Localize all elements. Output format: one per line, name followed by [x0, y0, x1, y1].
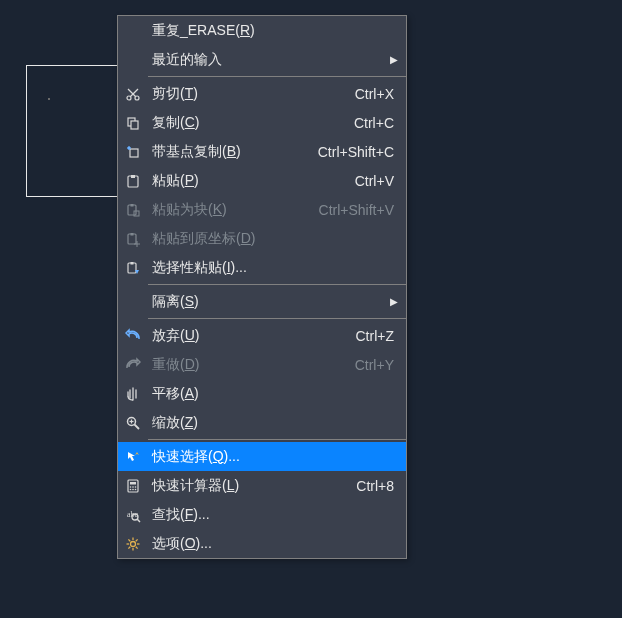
- menu-item-label: 粘贴到原坐标(D): [148, 230, 400, 248]
- submenu-arrow-icon: ▶: [388, 54, 400, 65]
- menu-item-find[interactable]: abc查找(F)...: [118, 500, 406, 529]
- menu-item-undo[interactable]: 放弃(U)Ctrl+Z: [118, 321, 406, 350]
- menu-item-label: 缩放(Z): [148, 414, 400, 432]
- svg-point-31: [132, 488, 134, 490]
- svg-rect-13: [131, 204, 134, 207]
- scissors-icon: [118, 86, 148, 102]
- svg-point-30: [130, 488, 132, 490]
- menu-separator: [148, 318, 406, 319]
- paste-block-icon: [118, 202, 148, 218]
- submenu-arrow-icon: ▶: [388, 296, 400, 307]
- gear-icon: [118, 536, 148, 552]
- drawing-rectangle: [26, 65, 118, 197]
- menu-item-label: 复制(C): [148, 114, 354, 132]
- redo-icon: [118, 357, 148, 373]
- paste-orig-icon: [118, 231, 148, 247]
- menu-item-label: 剪切(T): [148, 85, 355, 103]
- svg-line-43: [128, 546, 130, 548]
- menu-item-label: 选项(O)...: [148, 535, 400, 553]
- menu-item-label: 平移(A): [148, 385, 400, 403]
- menu-item-recent-input[interactable]: 最近的输入▶: [118, 45, 406, 74]
- svg-rect-16: [131, 233, 134, 236]
- menu-item-label: 查找(F)...: [148, 506, 400, 524]
- copy-icon: [118, 115, 148, 131]
- svg-rect-26: [130, 482, 136, 485]
- quick-select-icon: [118, 449, 148, 465]
- find-icon: abc: [118, 507, 148, 523]
- calculator-icon: [118, 478, 148, 494]
- menu-item-cut[interactable]: 剪切(T)Ctrl+X: [118, 79, 406, 108]
- svg-line-44: [136, 539, 138, 541]
- undo-icon: [118, 328, 148, 344]
- menu-item-label: 最近的输入: [148, 51, 388, 69]
- menu-item-repeat-erase[interactable]: 重复_ERASE(R): [118, 16, 406, 45]
- menu-item-label: 放弃(U): [148, 327, 356, 345]
- menu-item-shortcut: Ctrl+Y: [355, 357, 400, 373]
- menu-item-label: 重做(D): [148, 356, 355, 374]
- menu-item-zoom[interactable]: 缩放(Z): [118, 408, 406, 437]
- svg-point-28: [132, 486, 134, 488]
- menu-item-options[interactable]: 选项(O)...: [118, 529, 406, 558]
- menu-item-quick-calc[interactable]: 快速计算器(L)Ctrl+8: [118, 471, 406, 500]
- drawing-point: [48, 98, 50, 100]
- menu-item-label: 重复_ERASE(R): [148, 22, 400, 40]
- menu-item-quick-select[interactable]: 快速选择(Q)...: [118, 442, 406, 471]
- menu-item-label: 粘贴为块(K): [148, 201, 319, 219]
- svg-line-22: [135, 424, 140, 429]
- svg-rect-5: [131, 121, 138, 129]
- zoom-icon: [118, 415, 148, 431]
- menu-item-pan[interactable]: 平移(A): [118, 379, 406, 408]
- menu-item-shortcut: Ctrl+Z: [356, 328, 401, 344]
- menu-item-paste-orig: 粘贴到原坐标(D): [118, 224, 406, 253]
- svg-point-29: [135, 486, 137, 488]
- svg-point-36: [131, 541, 136, 546]
- menu-item-label: 隔离(S): [148, 293, 388, 311]
- context-menu: 重复_ERASE(R)最近的输入▶剪切(T)Ctrl+X复制(C)Ctrl+C带…: [117, 15, 407, 559]
- menu-item-label: 快速计算器(L): [148, 477, 356, 495]
- svg-point-32: [135, 488, 137, 490]
- svg-point-27: [130, 486, 132, 488]
- menu-item-shortcut: Ctrl+Shift+C: [318, 144, 400, 160]
- menu-item-shortcut: Ctrl+Shift+V: [319, 202, 400, 218]
- menu-item-isolate[interactable]: 隔离(S)▶: [118, 287, 406, 316]
- menu-item-copy-base[interactable]: 带基点复制(B)Ctrl+Shift+C: [118, 137, 406, 166]
- pan-icon: [118, 386, 148, 402]
- svg-line-35: [137, 519, 140, 522]
- copy-base-icon: [118, 144, 148, 160]
- menu-separator: [148, 76, 406, 77]
- menu-item-shortcut: Ctrl+8: [356, 478, 400, 494]
- menu-item-paste-special[interactable]: 选择性粘贴(I)...: [118, 253, 406, 282]
- menu-item-label: 粘贴(P): [148, 172, 355, 190]
- svg-rect-20: [131, 262, 134, 265]
- svg-line-41: [128, 539, 130, 541]
- menu-item-label: 选择性粘贴(I)...: [148, 259, 400, 277]
- menu-separator: [148, 439, 406, 440]
- paste-special-icon: [118, 260, 148, 276]
- menu-item-redo: 重做(D)Ctrl+Y: [118, 350, 406, 379]
- menu-separator: [148, 284, 406, 285]
- menu-item-label: 快速选择(Q)...: [148, 448, 400, 466]
- menu-item-shortcut: Ctrl+V: [355, 173, 400, 189]
- paste-icon: [118, 173, 148, 189]
- menu-item-paste[interactable]: 粘贴(P)Ctrl+V: [118, 166, 406, 195]
- svg-rect-11: [131, 175, 135, 178]
- menu-item-copy[interactable]: 复制(C)Ctrl+C: [118, 108, 406, 137]
- menu-item-shortcut: Ctrl+X: [355, 86, 400, 102]
- svg-line-42: [136, 546, 138, 548]
- menu-item-label: 带基点复制(B): [148, 143, 318, 161]
- menu-item-paste-block: 粘贴为块(K)Ctrl+Shift+V: [118, 195, 406, 224]
- menu-item-shortcut: Ctrl+C: [354, 115, 400, 131]
- svg-rect-6: [130, 149, 138, 157]
